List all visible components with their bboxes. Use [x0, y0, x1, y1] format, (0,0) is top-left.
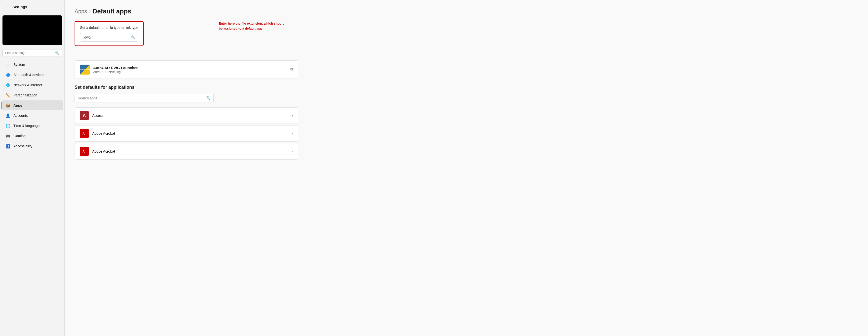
bluetooth-icon: 🔷 [5, 72, 10, 77]
app-row-access[interactable]: A Access › [74, 108, 298, 124]
breadcrumb-parent: Apps [74, 8, 87, 15]
access-app-name: Access [92, 114, 103, 118]
time-icon: 🌐 [5, 123, 10, 128]
sidebar-item-system[interactable]: 🖥 System [1, 60, 63, 69]
apps-icon: 📦 [5, 103, 10, 108]
file-search-icon: 🔍 [131, 35, 135, 39]
personalization-icon: ✏️ [5, 93, 10, 98]
app-row-adobe-acrobat2[interactable]: A Adobe Acrobat › [74, 143, 298, 159]
system-icon: 🖥 [5, 62, 10, 67]
autocad-app-subtitle: AutoCAD-Zeichnung [93, 70, 138, 74]
sidebar-item-personalization[interactable]: ✏️ Personalization [1, 90, 63, 100]
svg-text:A: A [83, 150, 85, 153]
sidebar-item-accessibility[interactable]: ♿ Accessibility [1, 141, 63, 151]
search-icon: 🔍 [55, 51, 59, 55]
search-apps-box[interactable]: 🔍 [74, 94, 214, 102]
file-type-input-row[interactable]: 🔍 [80, 33, 138, 41]
find-setting-search[interactable]: 🔍 [2, 49, 62, 56]
sidebar-item-time[interactable]: 🌐 Time & language [1, 121, 63, 131]
result-left: AutoCAD AutoCAD DWG Launcher AutoCAD-Zei… [80, 65, 138, 74]
chevron-right-icon: › [292, 149, 293, 154]
nav-list: 🖥 System 🔷 Bluetooth & devices 💠 Network… [0, 58, 64, 336]
sidebar-title: Settings [12, 5, 27, 9]
sidebar-item-label: Bluetooth & devices [13, 73, 44, 77]
external-link-icon[interactable]: ⧉ [290, 67, 293, 72]
breadcrumb: Apps › Default apps [74, 7, 858, 15]
sidebar-item-apps[interactable]: 📦 Apps [1, 100, 63, 110]
sidebar-header: ← Settings [0, 0, 64, 13]
gaming-icon: 🎮 [5, 133, 10, 139]
acrobat2-app-icon: A [80, 147, 89, 156]
sidebar-item-label: Time & language [13, 124, 39, 128]
back-button[interactable]: ← [4, 3, 10, 10]
chevron-right-icon: › [292, 113, 293, 118]
breadcrumb-current: Default apps [92, 7, 131, 15]
acrobat2-app-name: Adobe Acrobat [92, 149, 115, 153]
breadcrumb-separator: › [89, 9, 91, 14]
search-apps-icon: 🔍 [206, 96, 211, 100]
sidebar-item-network[interactable]: 💠 Network & internet [1, 80, 63, 90]
autocad-app-info: AutoCAD DWG Launcher AutoCAD-Zeichnung [93, 66, 138, 74]
file-type-label: Set a default for a file type or link ty… [80, 26, 138, 30]
svg-text:A: A [83, 132, 85, 135]
app-row-adobe-acrobat[interactable]: A Adobe Acrobat › [74, 125, 298, 142]
chevron-right-icon: › [292, 131, 293, 136]
main-content: Apps › Default apps Set a default for a … [65, 0, 868, 336]
sidebar-item-accounts[interactable]: 👤 Accounts [1, 111, 63, 121]
annotation-text: Enter here the file extension, which sho… [219, 21, 288, 31]
accessibility-icon: ♿ [5, 144, 10, 149]
acrobat-app-icon: A [80, 129, 89, 138]
search-input[interactable] [5, 51, 53, 55]
sidebar-item-bluetooth[interactable]: 🔷 Bluetooth & devices [1, 70, 63, 80]
app-row-left: A Adobe Acrobat [80, 147, 115, 156]
sidebar: ← Settings 🔍 🖥 System 🔷 Bluetooth & devi… [0, 0, 65, 336]
accounts-icon: 👤 [5, 113, 10, 118]
network-icon: 💠 [5, 83, 10, 88]
sidebar-item-label: System [13, 63, 25, 67]
defaults-section-title: Set defaults for applications [74, 85, 858, 90]
autocad-icon: AutoCAD [80, 65, 90, 74]
acrobat-app-name: Adobe Acrobat [92, 131, 115, 135]
sidebar-item-label: Accessibility [13, 144, 32, 148]
file-extension-input[interactable] [83, 35, 129, 39]
app-row-left: A Access [80, 111, 103, 120]
file-type-section: Set a default for a file type or link ty… [74, 21, 144, 46]
search-apps-input[interactable] [78, 96, 204, 100]
sidebar-item-gaming[interactable]: 🎮 Gaming [1, 131, 63, 141]
sidebar-item-label: Apps [13, 103, 22, 108]
sidebar-item-label: Gaming [13, 134, 26, 138]
sidebar-item-label: Personalization [13, 93, 37, 97]
app-row-left: A Adobe Acrobat [80, 129, 115, 138]
profile-picture [2, 16, 62, 45]
access-app-icon: A [80, 111, 89, 120]
autocad-result-card[interactable]: AutoCAD AutoCAD DWG Launcher AutoCAD-Zei… [74, 60, 298, 79]
autocad-app-name: AutoCAD DWG Launcher [93, 66, 138, 70]
sidebar-item-label: Accounts [13, 114, 28, 118]
app-list: A Access › A Adobe Acrobat › A Adobe Acr… [74, 108, 298, 159]
sidebar-item-label: Network & internet [13, 83, 42, 87]
